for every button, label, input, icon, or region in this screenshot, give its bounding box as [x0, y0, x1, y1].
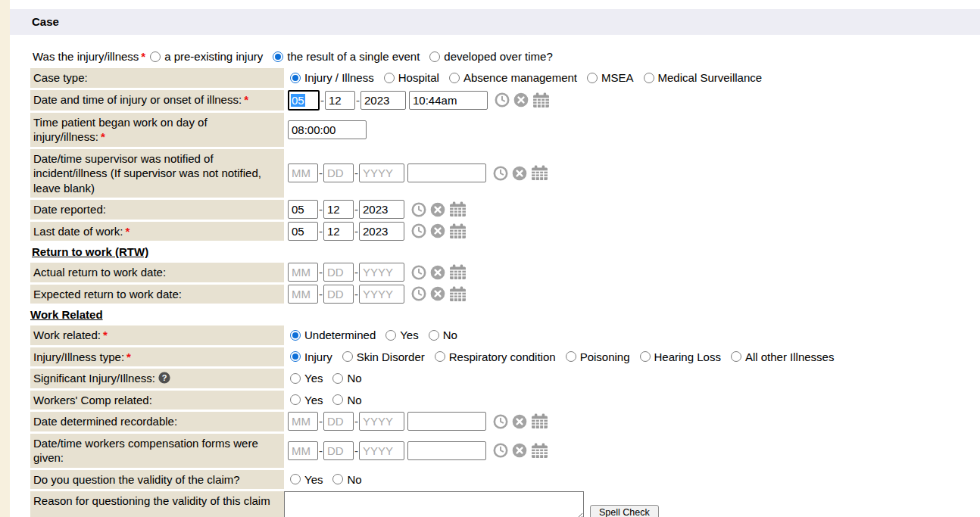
supervisor-year-input[interactable]	[359, 164, 404, 182]
calendar-icon[interactable]	[531, 413, 548, 429]
radio-icon[interactable]	[290, 394, 301, 405]
clear-icon[interactable]	[513, 92, 529, 107]
radio-option-msea[interactable]: MSEA	[587, 71, 634, 84]
radio-icon[interactable]	[429, 330, 439, 341]
radio-icon[interactable]	[290, 373, 301, 384]
wc-forms-day-input[interactable]	[323, 441, 354, 460]
radio-option-all-other-illnesses[interactable]: All other Illnesses	[731, 350, 835, 363]
radio-option-poisoning[interactable]: Poisoning	[566, 350, 630, 363]
clock-icon[interactable]	[411, 265, 426, 280]
radio-icon[interactable]	[332, 474, 343, 484]
clear-icon[interactable]	[512, 414, 527, 429]
injury-day-input[interactable]	[325, 91, 355, 110]
actual-rtw-year-input[interactable]	[359, 263, 404, 282]
clear-icon[interactable]	[512, 166, 527, 181]
injury-month-input-focused[interactable]: 05	[288, 90, 320, 111]
wc-forms-month-input[interactable]	[288, 441, 318, 460]
radio-icon-checked[interactable]	[273, 51, 283, 62]
radio-option-injury[interactable]: Injury	[290, 350, 332, 363]
calendar-icon[interactable]	[449, 223, 467, 239]
radio-option-work-related-no[interactable]: No	[429, 329, 457, 341]
radio-option-significant-no[interactable]: No	[332, 372, 361, 385]
clock-icon[interactable]	[411, 223, 426, 238]
clock-icon[interactable]	[495, 92, 510, 107]
radio-icon[interactable]	[332, 394, 343, 405]
radio-icon[interactable]	[384, 73, 395, 83]
reported-month-input[interactable]	[288, 200, 318, 219]
radio-icon[interactable]	[644, 73, 654, 83]
recordable-year-input[interactable]	[359, 412, 404, 431]
radio-icon[interactable]	[290, 474, 301, 484]
radio-option-absence-management[interactable]: Absence management	[449, 71, 577, 84]
radio-option-respiratory-condition[interactable]: Respiratory condition	[435, 350, 556, 363]
calendar-icon[interactable]	[449, 201, 467, 217]
radio-option-single-event[interactable]: the result of a single event	[273, 50, 420, 63]
actual-rtw-day-input[interactable]	[323, 263, 354, 282]
clock-icon[interactable]	[493, 414, 508, 429]
radio-option-significant-yes[interactable]: Yes	[290, 372, 323, 385]
expected-rtw-month-input[interactable]	[288, 285, 318, 304]
recordable-time-input[interactable]	[407, 412, 486, 431]
supervisor-month-input[interactable]	[288, 164, 318, 182]
radio-icon[interactable]	[150, 51, 161, 62]
radio-option-work-related-yes[interactable]: Yes	[385, 329, 418, 341]
supervisor-day-input[interactable]	[323, 164, 354, 182]
spell-check-button[interactable]: Spell Check	[590, 505, 659, 517]
clock-icon[interactable]	[493, 166, 508, 181]
reported-day-input[interactable]	[323, 200, 354, 219]
clock-icon[interactable]	[411, 286, 426, 301]
clear-icon[interactable]	[512, 443, 527, 458]
time-began-work-input[interactable]	[288, 120, 367, 139]
last-work-month-input[interactable]	[288, 222, 318, 241]
radio-icon[interactable]	[449, 73, 460, 83]
clear-icon[interactable]	[430, 202, 445, 217]
calendar-icon[interactable]	[449, 286, 467, 302]
supervisor-time-input[interactable]	[407, 164, 486, 182]
recordable-month-input[interactable]	[288, 412, 318, 431]
calendar-icon[interactable]	[532, 92, 550, 108]
calendar-icon[interactable]	[531, 165, 548, 181]
clock-icon[interactable]	[493, 443, 508, 458]
radio-option-skin-disorder[interactable]: Skin Disorder	[342, 350, 425, 363]
radio-icon[interactable]	[731, 351, 741, 362]
validity-reason-textarea[interactable]	[284, 491, 584, 517]
radio-icon[interactable]	[342, 351, 353, 362]
radio-option-injury-illness[interactable]: Injury / Illness	[290, 71, 374, 84]
radio-icon[interactable]	[332, 373, 343, 384]
injury-time-input[interactable]	[409, 91, 488, 110]
help-icon[interactable]	[158, 372, 170, 384]
radio-icon-checked[interactable]	[290, 330, 301, 341]
radio-icon-checked[interactable]	[290, 73, 301, 83]
radio-option-validity-yes[interactable]: Yes	[290, 473, 323, 486]
injury-year-input[interactable]	[360, 91, 406, 110]
clear-icon[interactable]	[430, 286, 445, 301]
clock-icon[interactable]	[411, 202, 426, 217]
radio-option-developed-over-time[interactable]: developed over time?	[429, 50, 552, 63]
wc-forms-year-input[interactable]	[359, 441, 404, 460]
calendar-icon[interactable]	[531, 443, 548, 459]
actual-rtw-month-input[interactable]	[288, 263, 318, 282]
last-work-day-input[interactable]	[323, 222, 354, 241]
radio-option-pre-existing[interactable]: a pre-existing injury	[150, 50, 263, 63]
recordable-day-input[interactable]	[323, 412, 354, 431]
radio-icon[interactable]	[640, 351, 651, 362]
expected-rtw-day-input[interactable]	[323, 285, 354, 304]
calendar-icon[interactable]	[449, 264, 467, 280]
radio-icon[interactable]	[429, 51, 440, 62]
radio-icon[interactable]	[435, 351, 445, 362]
reported-year-input[interactable]	[359, 200, 404, 219]
radio-option-undetermined[interactable]: Undetermined	[290, 329, 376, 341]
radio-option-validity-no[interactable]: No	[332, 473, 361, 486]
expected-rtw-year-input[interactable]	[359, 285, 404, 304]
radio-icon[interactable]	[385, 330, 396, 341]
clear-icon[interactable]	[430, 265, 445, 280]
radio-icon-checked[interactable]	[290, 351, 301, 362]
wc-forms-time-input[interactable]	[407, 441, 486, 460]
radio-option-hearing-loss[interactable]: Hearing Loss	[640, 350, 721, 363]
clear-icon[interactable]	[430, 223, 445, 238]
last-work-year-input[interactable]	[359, 222, 404, 241]
radio-option-workers-comp-no[interactable]: No	[332, 394, 361, 406]
radio-option-workers-comp-yes[interactable]: Yes	[290, 394, 323, 406]
radio-option-hospital[interactable]: Hospital	[384, 71, 439, 84]
radio-option-medical-surveillance[interactable]: Medical Surveillance	[644, 71, 763, 84]
